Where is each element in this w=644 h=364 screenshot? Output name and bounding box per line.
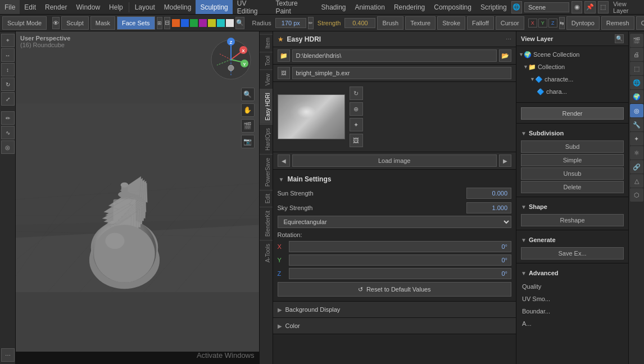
brush-icon2[interactable]: ⊟ — [164, 17, 170, 29]
strength-input[interactable] — [344, 18, 375, 28]
shape-header[interactable]: ▼ Shape — [521, 199, 624, 214]
prop-tab-output[interactable]: 🖨 — [630, 48, 643, 61]
prop-tab-particles[interactable]: ✦ — [630, 132, 643, 145]
preview-btn-3[interactable]: ✦ — [350, 118, 363, 131]
scene-name-input[interactable] — [524, 2, 569, 12]
viewport[interactable]: User Perspective (16) Roundcube — [16, 31, 259, 364]
nav-gizmo[interactable]: X Y Z — [208, 37, 253, 82]
workspace-texture[interactable]: Texture Paint — [271, 0, 316, 14]
folder-path-input[interactable] — [292, 49, 497, 62]
tool-btn-1[interactable]: ⌖ — [1, 34, 15, 47]
preview-btn-4[interactable]: 🖼 — [350, 134, 363, 147]
color-btn5[interactable] — [208, 19, 216, 27]
npanel-view[interactable]: View — [260, 70, 273, 89]
layers-icon[interactable]: ⬚ — [598, 1, 609, 13]
scene-collection-row[interactable]: ▼ 🌍 Scene Collection — [516, 48, 628, 61]
color-btn3[interactable] — [190, 19, 198, 27]
brush-icon1[interactable]: ⊞ — [157, 17, 162, 29]
save-ex-btn[interactable]: Save Ex... — [521, 247, 624, 260]
rotation-x-input[interactable] — [289, 241, 512, 252]
folder-icon[interactable]: 📁 — [278, 49, 290, 62]
color-btn7[interactable] — [226, 19, 234, 27]
prop-tab-view[interactable]: ⬚ — [630, 62, 643, 75]
active-toggle[interactable]: ◉ — [572, 1, 582, 13]
pin-icon[interactable]: 📌 — [584, 1, 595, 13]
prop-tab-object[interactable]: ◎ — [630, 104, 643, 117]
prev-image-btn[interactable]: ◀ — [278, 154, 290, 167]
prop-tab-physics[interactable]: ⚛ — [630, 146, 643, 160]
color-btn4[interactable] — [199, 19, 207, 27]
camera-icon[interactable]: 📷 — [241, 135, 255, 148]
dyntopo-btn[interactable]: Dyntopo — [566, 16, 600, 30]
prop-tab-data[interactable]: △ — [630, 174, 643, 188]
xyz-x[interactable]: X — [528, 19, 537, 28]
file-icon[interactable]: 🖼 — [278, 67, 290, 79]
workspace-animation[interactable]: Animation — [351, 0, 389, 14]
stroke-dropdown[interactable]: Stroke — [437, 16, 465, 30]
falloff-dropdown[interactable]: Falloff — [467, 16, 494, 30]
sun-strength-input[interactable] — [466, 188, 511, 199]
tool-btn-4[interactable]: ↻ — [1, 78, 15, 91]
workspace-rendering[interactable]: Rendering — [389, 0, 429, 14]
generate-header[interactable]: ▼ Generate — [521, 233, 624, 247]
tool-btn-6[interactable]: ✏ — [1, 111, 15, 125]
prop-tab-world[interactable]: 🌍 — [630, 90, 643, 103]
browse-btn[interactable]: 📂 — [499, 49, 511, 62]
orbit-icon[interactable]: 🎬 — [241, 119, 255, 133]
color-btn6[interactable] — [217, 19, 225, 27]
main-settings-header[interactable]: ▼ Main Settings — [278, 172, 512, 186]
color-header[interactable]: ▶ Color — [273, 318, 516, 334]
workspace-sculpting[interactable]: Sculpting — [196, 0, 232, 14]
prop-tab-modifier[interactable]: 🔧 — [630, 118, 643, 131]
xyz-z[interactable]: Z — [548, 19, 557, 28]
npanel-tool[interactable]: Tool — [260, 52, 273, 69]
npanel-edit[interactable]: Edit — [260, 190, 273, 207]
mask-menu[interactable]: Mask — [90, 16, 115, 30]
file-menu[interactable]: File — [0, 0, 20, 14]
chara-row[interactable]: 🔷 chara... — [516, 85, 628, 98]
radius-input[interactable] — [275, 18, 306, 28]
reset-btn[interactable]: ↺ Reset to Default Values — [278, 282, 512, 297]
face-sets-menu[interactable]: Face Sets — [117, 16, 155, 30]
npanel-item[interactable]: Item — [260, 34, 273, 52]
npanel-blenderkit[interactable]: BlenderKit — [260, 207, 273, 240]
cursor-dropdown[interactable]: Cursor — [496, 16, 524, 30]
render-menu[interactable]: Render — [40, 0, 71, 14]
prop-tab-constraints[interactable]: 🔗 — [630, 160, 643, 174]
scene-icon[interactable]: 🌐 — [511, 1, 522, 13]
load-image-btn[interactable]: Load image — [292, 154, 497, 167]
sculpt-menu[interactable]: Sculpt — [61, 16, 89, 30]
edit-menu[interactable]: Edit — [20, 0, 40, 14]
options-btn[interactable]: Options — [636, 16, 644, 30]
preview-btn-1[interactable]: ↻ — [350, 87, 363, 100]
rotation-y-input[interactable] — [289, 254, 512, 266]
prop-tab-scene[interactable]: 🌐 — [630, 76, 643, 89]
prop-tab-render[interactable]: 🎬 — [630, 34, 643, 47]
workspace-layout[interactable]: Layout — [130, 0, 160, 14]
render-btn[interactable]: Render — [521, 107, 624, 120]
unsub-btn[interactable]: Unsub — [521, 167, 624, 180]
help-menu[interactable]: Help — [105, 0, 128, 14]
radius-icon[interactable]: ✏ — [308, 17, 314, 29]
sym-icon[interactable]: ⇆ — [559, 17, 565, 29]
file-input[interactable] — [292, 67, 512, 79]
background-display-header[interactable]: ▶ Background Display — [273, 302, 516, 317]
tool-btn-3[interactable]: ↕ — [1, 63, 15, 76]
tool-btn-note[interactable]: ⋯ — [1, 348, 15, 362]
rotation-z-input[interactable] — [289, 268, 512, 279]
workspace-modeling[interactable]: Modeling — [160, 0, 196, 14]
mapping-type-select[interactable]: Equirectangular Mirror Ball — [278, 216, 512, 228]
color-btn2[interactable] — [181, 19, 189, 27]
advanced-header[interactable]: ▼ Advanced — [521, 266, 624, 280]
xyz-y[interactable]: Y — [538, 19, 547, 28]
workspace-uv[interactable]: UV Editing — [233, 0, 271, 14]
prop-tab-material[interactable]: ⬡ — [630, 188, 643, 202]
tool-btn-2[interactable]: ↔ — [1, 48, 15, 62]
npanel-powersave[interactable]: PowerSave — [260, 154, 273, 190]
workspace-compositing[interactable]: Compositing — [429, 0, 476, 14]
brush-dropdown[interactable]: Brush — [377, 16, 403, 30]
next-image-btn[interactable]: ▶ — [499, 154, 511, 167]
tool-btn-8[interactable]: ◎ — [1, 140, 15, 154]
delete-btn[interactable]: Delete — [521, 181, 624, 193]
simple-btn[interactable]: Simple — [521, 154, 624, 166]
